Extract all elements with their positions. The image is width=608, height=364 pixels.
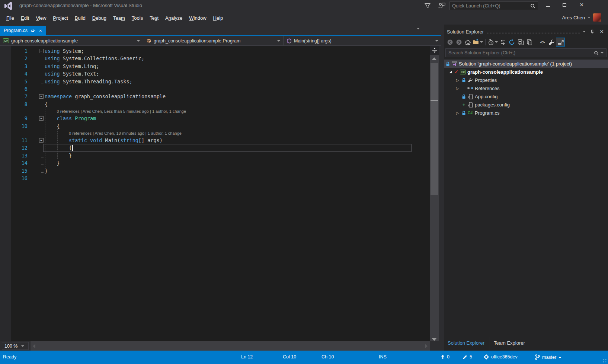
incoming-commits[interactable]: 0 [441, 354, 449, 360]
panel-close-icon[interactable]: ✕ [598, 28, 605, 35]
view-code-button[interactable]: <> [538, 38, 547, 47]
home-button[interactable] [463, 38, 472, 47]
preview-selected-items-button[interactable] [556, 38, 565, 47]
bottom-tab-team-explorer[interactable]: Team Explorer [490, 337, 530, 351]
editor-horizontal-scrollbar[interactable] [31, 341, 430, 351]
lock-icon [462, 94, 466, 99]
code-line[interactable]: { [69, 144, 72, 151]
code-token: Main( [105, 137, 121, 143]
tree-item-label: graph-consoleapplicationsample [467, 69, 543, 75]
fold-toggle[interactable]: − [39, 138, 44, 143]
close-icon[interactable]: × [39, 28, 42, 33]
code-line[interactable]: static void Main(string[] args) [69, 137, 163, 144]
switch-views-button[interactable] [472, 38, 483, 47]
code-line[interactable]: using System.Text; [45, 70, 99, 77]
menu-item-help[interactable]: Help [210, 13, 227, 23]
zoom-select[interactable]: 100 % [2, 342, 29, 350]
line-number: 11 [0, 137, 28, 144]
properties-button[interactable] [547, 38, 556, 47]
member-dropdown[interactable]: Main(string[] args) [284, 36, 441, 45]
expander-icon[interactable]: ▷ [454, 77, 461, 83]
menu-item-view[interactable]: View [32, 13, 49, 23]
codelens-row[interactable]: 0 references | Ares Chen, 18 minutes ago… [69, 130, 182, 137]
expander-icon[interactable] [447, 69, 453, 75]
forward-button[interactable] [454, 38, 463, 47]
status-column: Col 10 [283, 354, 296, 360]
search-options-caret[interactable] [601, 52, 604, 54]
document-well-dropdown-caret[interactable] [417, 28, 420, 29]
code-line[interactable]: using System; [45, 47, 84, 55]
scroll-up-button[interactable] [432, 57, 436, 60]
tree-row[interactable]: App.config [444, 92, 608, 100]
editor-vertical-scrollbar[interactable] [430, 46, 439, 345]
minimize-button[interactable] [541, 0, 554, 10]
menu-item-analyze[interactable]: Analyze [162, 13, 186, 23]
menu-item-window[interactable]: Window [186, 13, 209, 23]
tree-row[interactable]: ▷C#Program.cs [444, 109, 608, 117]
code-line[interactable]: using System.Linq; [45, 63, 99, 70]
expander-icon[interactable]: ▷ [454, 85, 461, 91]
fold-toggle[interactable]: − [39, 116, 44, 121]
code-line[interactable]: } [57, 159, 60, 167]
scroll-right-button[interactable] [425, 344, 428, 348]
expander-icon[interactable]: ▷ [454, 110, 461, 116]
sync-with-active-document-button[interactable] [498, 38, 507, 47]
pending-edits[interactable]: 5 [463, 354, 472, 360]
avatar[interactable] [593, 13, 601, 22]
solution-explorer-search-input[interactable]: Search Solution Explorer (Ctrl+;) [445, 48, 607, 57]
project-dropdown[interactable]: C# graph-consoleapplicationsample [0, 36, 143, 45]
quick-launch-input[interactable]: Quick Launch (Ctrl+Q) [449, 1, 538, 10]
menu-item-debug[interactable]: Debug [89, 13, 110, 23]
resize-grip[interactable] [602, 358, 607, 363]
tree-row[interactable]: Solution 'graph-consoleapplicationsample… [444, 60, 608, 68]
code-line[interactable]: namespace graph_consoleapplicationsample [45, 93, 166, 100]
code-line[interactable]: using System.Collections.Generic; [45, 55, 144, 62]
bottom-tab-solution-explorer[interactable]: Solution Explorer [444, 337, 490, 351]
pin-icon[interactable] [31, 28, 36, 33]
menu-item-file[interactable]: File [3, 13, 17, 23]
code-token: using [45, 79, 60, 84]
code-line[interactable]: } [45, 167, 48, 175]
collapse-all-button[interactable] [516, 38, 525, 47]
fold-toggle[interactable]: − [39, 94, 44, 99]
switch-views-icon [473, 39, 479, 45]
menu-item-project[interactable]: Project [49, 13, 71, 23]
code-line[interactable]: class Program [57, 115, 96, 122]
panel-header[interactable]: Solution Explorer ✕ [444, 27, 608, 36]
tree-row[interactable]: +packages.config [444, 100, 608, 109]
menu-item-edit[interactable]: Edit [17, 13, 32, 23]
code-editor[interactable]: 1−using System;2using System.Collections… [0, 46, 430, 345]
feedback-filter-icon[interactable] [423, 2, 432, 9]
close-button[interactable]: ✕ [575, 0, 588, 10]
split-window-handle[interactable] [430, 46, 439, 55]
scroll-left-button[interactable] [33, 344, 35, 348]
menu-item-test[interactable]: Test [146, 13, 162, 23]
refresh-button[interactable] [507, 38, 516, 47]
fold-toggle[interactable]: − [39, 49, 44, 53]
menu-item-build[interactable]: Build [71, 13, 89, 23]
pin-icon[interactable] [589, 28, 595, 35]
maximize-button[interactable] [558, 0, 571, 10]
config-file-icon [468, 102, 473, 108]
type-dropdown[interactable]: graph_consoleapplicationsample.Program [143, 36, 284, 45]
tree-row[interactable]: ▷References [444, 84, 608, 92]
back-button[interactable] [445, 38, 454, 47]
user-account[interactable]: Ares Chen [562, 13, 601, 22]
tab-program-cs[interactable]: Program.cs × [0, 26, 46, 35]
codelens-row[interactable]: 0 references | Ares Chen, Less than 5 mi… [57, 108, 186, 115]
tree-row[interactable]: ✓C#graph-consoleapplicationsample [444, 68, 608, 76]
code-line[interactable]: } [69, 152, 72, 159]
menu-item-team[interactable]: Team [110, 13, 128, 23]
scrollbar-thumb[interactable] [431, 63, 438, 195]
scroll-down-button[interactable] [432, 338, 436, 341]
account-office365dev[interactable]: office365dev [484, 354, 518, 360]
tree-row[interactable]: ▷Properties [444, 76, 608, 84]
panel-menu-caret[interactable] [583, 31, 586, 32]
send-feedback-icon[interactable] [438, 2, 446, 9]
code-line[interactable]: using System.Threading.Tasks; [45, 78, 132, 85]
tab-strip: Program.cs × [0, 25, 441, 35]
show-all-files-button[interactable] [525, 38, 534, 47]
menu-item-tools[interactable]: Tools [128, 13, 146, 23]
git-branch[interactable]: master [535, 354, 561, 360]
pending-changes-filter-button[interactable] [487, 38, 498, 47]
